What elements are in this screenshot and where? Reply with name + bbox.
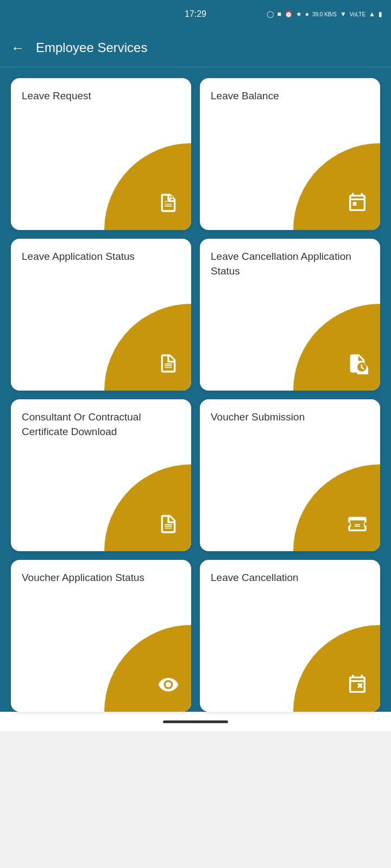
whatsapp-icon: ◯ xyxy=(267,10,274,18)
card-leave-cancellation[interactable]: Leave Cancellation xyxy=(200,560,380,712)
card-title-leave-request: Leave Request xyxy=(22,90,91,101)
document-icon xyxy=(157,353,179,378)
alarm-icon: ⏰ xyxy=(285,10,293,18)
battery-icon: ▮ xyxy=(379,10,382,18)
card-title-leave-cancellation-application-status: Leave Cancellation Application Status xyxy=(211,251,351,277)
card-title-leave-balance: Leave Balance xyxy=(211,90,279,101)
card-corner-leave-cancellation-application-status xyxy=(293,304,380,391)
calendar-icon xyxy=(346,192,368,217)
bottom-bar xyxy=(0,712,391,731)
location-icon: ● xyxy=(305,10,309,18)
notification-icon: ■ xyxy=(277,10,281,18)
card-title-voucher-application-status: Voucher Application Status xyxy=(22,572,144,583)
card-voucher-submission[interactable]: Voucher Submission xyxy=(200,399,380,551)
page-title: Employee Services xyxy=(36,40,147,55)
services-grid: Leave Request Leave Balance Leave Applic… xyxy=(0,67,391,712)
card-leave-request[interactable]: Leave Request xyxy=(11,78,191,230)
card-voucher-application-status[interactable]: Voucher Application Status xyxy=(11,560,191,712)
edit-doc-icon xyxy=(157,192,179,217)
signal-icon: ▲ xyxy=(369,10,375,18)
status-bar: 17:29 ◯ ■ ⏰ ★ ● 39.0 KB/S ▼ VoLTE ▲ ▮ xyxy=(0,0,391,28)
card-corner-leave-balance xyxy=(293,143,380,230)
card-leave-application-status[interactable]: Leave Application Status xyxy=(11,239,191,391)
card-title-leave-cancellation: Leave Cancellation xyxy=(211,572,299,583)
app-header: ← Employee Services xyxy=(0,28,391,67)
card-leave-cancellation-application-status[interactable]: Leave Cancellation Application Status xyxy=(200,239,380,391)
card-corner-voucher-application-status xyxy=(104,625,191,712)
eye-icon xyxy=(157,674,179,699)
card-leave-balance[interactable]: Leave Balance xyxy=(200,78,380,230)
card-corner-consultant-certificate-download xyxy=(104,464,191,551)
card-consultant-certificate-download[interactable]: Consultant Or Contractual Certificate Do… xyxy=(11,399,191,551)
status-icons: ◯ ■ ⏰ ★ ● 39.0 KB/S ▼ VoLTE ▲ ▮ xyxy=(267,10,382,18)
card-corner-leave-request xyxy=(104,143,191,230)
card-title-leave-application-status: Leave Application Status xyxy=(22,251,135,262)
card-title-voucher-submission: Voucher Submission xyxy=(211,411,305,423)
card-title-consultant-certificate-download: Consultant Or Contractual Certificate Do… xyxy=(22,411,141,437)
calendar-x-icon xyxy=(346,674,368,699)
ticket-icon xyxy=(346,513,368,538)
volte-icon: VoLTE xyxy=(350,11,365,17)
status-time: 17:29 xyxy=(185,9,206,19)
card-corner-leave-application-status xyxy=(104,304,191,391)
list-doc-icon xyxy=(157,513,179,538)
wifi-icon: ▼ xyxy=(340,10,346,18)
clock-doc-icon xyxy=(346,353,368,378)
bluetooth-icon: ★ xyxy=(296,10,302,18)
card-corner-leave-cancellation xyxy=(293,625,380,712)
speed-label: 39.0 KB/S xyxy=(312,11,337,17)
back-button[interactable]: ← xyxy=(11,41,25,55)
home-indicator[interactable] xyxy=(163,720,228,723)
card-corner-voucher-submission xyxy=(293,464,380,551)
